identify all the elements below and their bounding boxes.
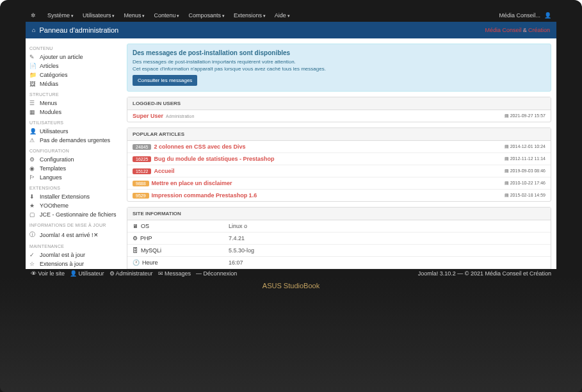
article-row: 9888 Mettre en place un disclaimer▤ 2010… (127, 177, 551, 190)
sidebar-item[interactable]: ★YOOtheme (29, 201, 118, 210)
menu-contenu[interactable]: Contenu (150, 10, 183, 20)
article-link[interactable]: Accueil (154, 168, 174, 174)
alert-text-2: Cet espace d'information n'apparaît pas … (133, 65, 546, 72)
site-info-panel: SITE INFORMATION 🖥 OSLinux o⚙ PHP7.4.21🗄… (127, 207, 551, 269)
sidebar-label: Médias (40, 81, 58, 87)
menu-système[interactable]: Système (44, 10, 77, 20)
sidebar-label: Installer Extensions (40, 193, 90, 200)
sidebar-heading: CONFIGURATION (29, 149, 118, 153)
info-value: 5.5.30-log (229, 247, 254, 254)
sidebar-icon: ⚠ (29, 137, 37, 143)
sidebar-item[interactable]: ⓘJoomla! 4 est arrivé ! ✕ (29, 229, 118, 240)
sidebar-label: Pas de demandes urgentes (40, 137, 110, 143)
laptop-brand-label: ASUS StudioBook (263, 282, 319, 290)
footer-version: Joomla! 3.10.2 — © 2021 Média Conseil et… (418, 270, 551, 277)
date: ▤ 2015-02-18 14:59 (505, 193, 546, 198)
sidebar: CONTENU✎Ajouter un article📄Articles📁Caté… (26, 38, 122, 269)
footer-link[interactable]: 👤 Utilisateur (70, 270, 104, 277)
hit-count-badge: 9888 (133, 181, 149, 186)
menu-menus[interactable]: Menus (120, 10, 149, 20)
menu-aide[interactable]: Aide (271, 10, 294, 20)
article-row: 9529 Impression commande Prestashop 1.6▤… (127, 190, 551, 201)
info-row: 🕐 Heure16:07 (127, 257, 551, 269)
sidebar-item[interactable]: 🏳Langues (29, 173, 118, 182)
info-key: Heure (142, 259, 158, 266)
sidebar-icon: 📁 (29, 72, 37, 78)
sidebar-label: Langues (40, 174, 62, 181)
page-header: ⌂ Panneau d'administration Média Conseil… (26, 22, 556, 38)
article-link[interactable]: 2 colonnes en CSS avec des Divs (154, 143, 245, 150)
info-icon: 🖥 (133, 223, 138, 229)
article-link[interactable]: Impression commande Prestashop 1.6 (152, 192, 257, 199)
sidebar-label: Ajouter un article (40, 54, 83, 60)
sidebar-label: Utilisateurs (40, 128, 69, 135)
close-icon[interactable]: ✕ (93, 232, 99, 238)
info-key: MySQLi (141, 247, 161, 254)
sidebar-icon: ◉ (29, 165, 37, 172)
article-link[interactable]: Bug du module de statistiques - Prestash… (154, 156, 274, 162)
menu-utilisateurs[interactable]: Utilisateurs (79, 10, 118, 20)
menu-extensions[interactable]: Extensions (230, 10, 270, 20)
alert-title: Des messages de post-installation sont d… (133, 49, 546, 56)
sidebar-icon: ⬇ (29, 193, 37, 200)
sidebar-item[interactable]: 🖼Médias (29, 79, 118, 88)
view-messages-button[interactable]: Consulter les messages (133, 75, 197, 86)
sidebar-icon: 🖼 (29, 81, 37, 87)
sidebar-item[interactable]: ⚠Pas de demandes urgentes (29, 136, 118, 145)
post-install-alert: Des messages de post-installation sont d… (127, 44, 551, 92)
sidebar-item[interactable]: 📁Catégories (29, 70, 118, 79)
sidebar-item[interactable]: ⚙Configuration (29, 155, 118, 164)
sidebar-label: Templates (40, 165, 66, 172)
date: ▤ 2010-10-22 17:46 (505, 181, 546, 186)
joomla-logo-icon: ✲ (31, 11, 40, 20)
sidebar-item[interactable]: 👤Utilisateurs (29, 127, 118, 136)
sidebar-item[interactable]: ⬇Installer Extensions (29, 192, 118, 201)
sidebar-icon: ▢ (29, 211, 37, 218)
sidebar-item[interactable]: ✎Ajouter un article (29, 53, 118, 61)
sidebar-label: Extensions à jour (40, 261, 84, 267)
sidebar-item[interactable]: ◉Templates (29, 164, 118, 173)
sidebar-label: JCE - Gestionnaire de fichiers (40, 211, 117, 218)
sidebar-icon: ⓘ (29, 231, 37, 239)
main-content: Des messages de post-installation sont d… (122, 38, 556, 269)
site-name-link[interactable]: Média Conseil... (499, 12, 540, 19)
user-note: Administration (166, 114, 194, 118)
info-key: PHP (140, 235, 152, 241)
user-link[interactable]: Super User (133, 113, 163, 119)
sidebar-item[interactable]: ☆Extensions à jour (29, 259, 118, 268)
sidebar-item[interactable]: ▦Modules (29, 108, 118, 117)
sidebar-icon: ✎ (29, 54, 37, 60)
sidebar-item[interactable]: ▢JCE - Gestionnaire de fichiers (29, 210, 118, 219)
sidebar-item[interactable]: 📄Articles (29, 61, 118, 70)
footer-link[interactable]: — Déconnexion (196, 270, 237, 277)
sidebar-item[interactable]: ✓Joomla! est à jour (29, 250, 118, 259)
info-icon: 🕐 (133, 259, 140, 266)
popular-articles-panel: POPULAR ARTICLES 24845 2 colonnes en CSS… (127, 127, 551, 202)
footer-link[interactable]: 👁 Voir le site (31, 270, 65, 277)
sidebar-label: Catégories (40, 72, 68, 78)
date: ▤ 2012-11-12 11:14 (505, 156, 546, 161)
user-icon[interactable]: 👤 (544, 12, 551, 19)
sidebar-label: YOOtheme (40, 202, 69, 209)
home-icon: ⌂ (32, 27, 35, 33)
sidebar-heading: EXTENSIONS (29, 186, 118, 190)
sidebar-heading: STRUCTURE (29, 92, 118, 97)
hit-count-badge: 24845 (133, 144, 151, 150)
info-value: 7.4.21 (229, 235, 245, 241)
alert-text-1: Des messages de post-installation import… (133, 58, 546, 65)
footer-link[interactable]: ⚙ Administrateur (109, 270, 153, 277)
topbar-right[interactable]: Média Conseil... 👤 (499, 12, 551, 19)
sidebar-icon: 🏳 (29, 174, 37, 181)
sidebar-label: Modules (40, 109, 61, 115)
article-link[interactable]: Mettre en place un disclaimer (152, 180, 232, 186)
sidebar-heading: INFORMATIONS DE MISE À JOUR (29, 223, 118, 227)
footer-link[interactable]: ✉ Messages (158, 270, 191, 277)
sidebar-icon: ☆ (29, 261, 37, 267)
sidebar-icon: ☰ (29, 100, 37, 106)
info-icon: ⚙ (133, 235, 138, 241)
sidebar-item[interactable]: ☰Menus (29, 99, 118, 108)
menu-composants[interactable]: Composants (184, 10, 228, 20)
panel-heading: SITE INFORMATION (127, 208, 551, 220)
date: ▤ 2019-09-03 08:46 (505, 168, 546, 174)
info-value: Linux o (229, 223, 247, 229)
